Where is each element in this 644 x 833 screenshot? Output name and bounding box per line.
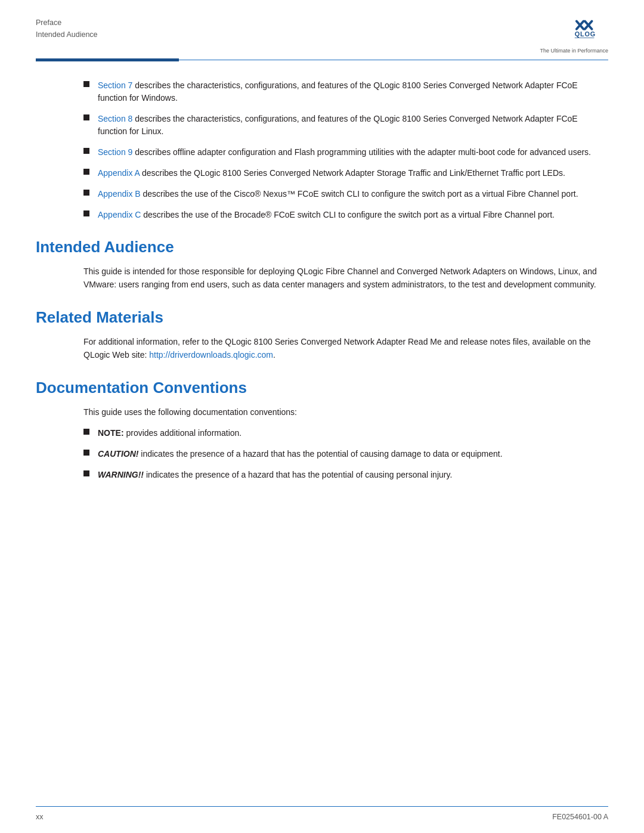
list-item: Appendix B describes the use of the Cisc… [83,188,608,200]
list-item: Appendix A describes the QLogic 8100 Ser… [83,167,608,179]
bullet-desc-3: describes the QLogic 8100 Series Converg… [140,168,565,178]
bullet-square [83,81,89,87]
bullet-desc-1: describes the characteristics, configura… [98,114,578,136]
list-item: Appendix C describes the use of the Broc… [83,209,608,221]
bullet-text: Section 8 describes the characteristics,… [98,113,608,138]
bullet-desc-0: describes the characteristics, configura… [98,80,578,103]
conventions-list: NOTE: provides additional information. C… [83,427,608,481]
bullet-square [83,148,89,154]
list-item: Section 9 describes offline adapter conf… [83,146,608,159]
appendixa-link[interactable]: Appendix A [98,168,140,178]
convention-warning-bold: WARNING!! [98,470,144,479]
logo-tagline: The Ultimate in Performance [540,48,608,54]
documentation-conventions-body: This guide uses the following documentat… [83,405,608,481]
bullet-list: Section 7 describes the characteristics,… [83,79,608,221]
related-materials-body: For additional information, refer to the… [83,335,608,362]
documentation-conventions-heading: Documentation Conventions [36,379,608,397]
qlogic-logo-icon: QLOGIC [553,17,595,47]
header-rule-blue [36,58,179,61]
bullet-square [83,429,89,435]
breadcrumb: Preface Intended Audience [36,17,98,41]
bullet-square [83,210,89,216]
page-footer: xx FE0254601-00 A [0,806,644,834]
appendixb-link[interactable]: Appendix B [98,189,141,199]
convention-caution-bold: CAUTION! [98,449,138,459]
header-rule-thin [179,60,608,61]
bullet-square [83,470,89,476]
bullet-square [83,169,89,175]
footer-rule [36,806,608,807]
breadcrumb-line1: Preface [36,17,98,29]
convention-caution-text: CAUTION! indicates the presence of a haz… [98,448,608,460]
convention-warning-desc: indicates the presence of a hazard that … [144,470,452,479]
convention-item-caution: CAUTION! indicates the presence of a haz… [83,448,608,460]
list-item: Section 7 describes the characteristics,… [83,79,608,104]
intended-audience-text: This guide is intended for those respons… [83,265,608,292]
appendixc-link[interactable]: Appendix C [98,210,141,219]
convention-note-text: NOTE: provides additional information. [98,427,608,439]
page: Preface Intended Audience QLOGIC The Ult… [0,0,644,833]
svg-text:QLOGIC: QLOGIC [574,30,595,38]
convention-caution-desc: indicates the presence of a hazard that … [138,449,502,459]
bullet-text: Appendix C describes the use of the Broc… [98,209,608,221]
footer-content: xx FE0254601-00 A [36,813,608,821]
bullet-square [83,450,89,456]
convention-item-note: NOTE: provides additional information. [83,427,608,439]
bullet-text: Appendix A describes the QLogic 8100 Ser… [98,167,608,179]
breadcrumb-line2: Intended Audience [36,29,98,41]
related-materials-text: For additional information, refer to the… [83,335,608,362]
header-rule [0,54,644,61]
footer-doc-number: FE0254601-00 A [552,813,608,821]
related-materials-suffix: . [273,350,275,360]
documentation-conventions-intro: This guide uses the following documentat… [83,405,608,419]
bullet-desc-4: describes the use of the Cisco® Nexus™ F… [141,189,578,199]
list-item: Section 8 describes the characteristics,… [83,113,608,138]
section9-link[interactable]: Section 9 [98,147,132,157]
logo-area: QLOGIC The Ultimate in Performance [540,17,608,54]
bullet-desc-5: describes the use of the Brocade® FCoE s… [141,210,555,219]
related-materials-link[interactable]: http://driverdownloads.qlogic.com [149,350,273,360]
bullet-text: Section 7 describes the characteristics,… [98,79,608,104]
convention-warning-text: WARNING!! indicates the presence of a ha… [98,469,608,481]
intended-audience-body: This guide is intended for those respons… [83,265,608,292]
bullet-text: Appendix B describes the use of the Cisc… [98,188,608,200]
section7-link[interactable]: Section 7 [98,80,132,90]
bullet-text: Section 9 describes offline adapter conf… [98,146,608,159]
page-header: Preface Intended Audience QLOGIC The Ult… [0,0,644,54]
convention-note-desc: provides additional information. [124,428,242,438]
section8-link[interactable]: Section 8 [98,114,132,123]
convention-item-warning: WARNING!! indicates the presence of a ha… [83,469,608,481]
main-content: Section 7 describes the characteristics,… [0,61,644,481]
intended-audience-heading: Intended Audience [36,238,608,256]
convention-note-bold: NOTE: [98,428,124,438]
bullet-desc-2: describes offline adapter configuration … [132,147,591,157]
bullet-square [83,190,89,196]
bullet-square [83,114,89,120]
related-materials-heading: Related Materials [36,308,608,327]
footer-page-label: xx [36,813,44,821]
